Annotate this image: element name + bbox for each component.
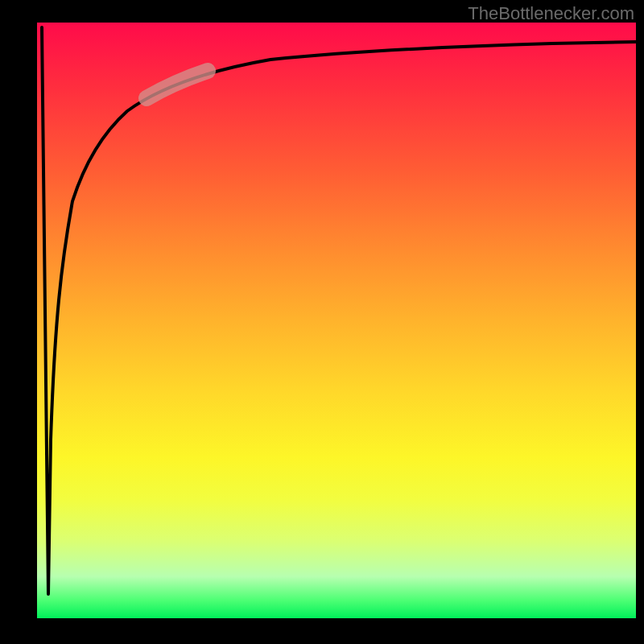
chart-plot-area [37,23,636,618]
highlight-segment [147,71,208,98]
bottleneck-curve [42,27,636,594]
chart-frame [0,0,644,644]
watermark-text: TheBottlenecker.com [468,3,634,24]
